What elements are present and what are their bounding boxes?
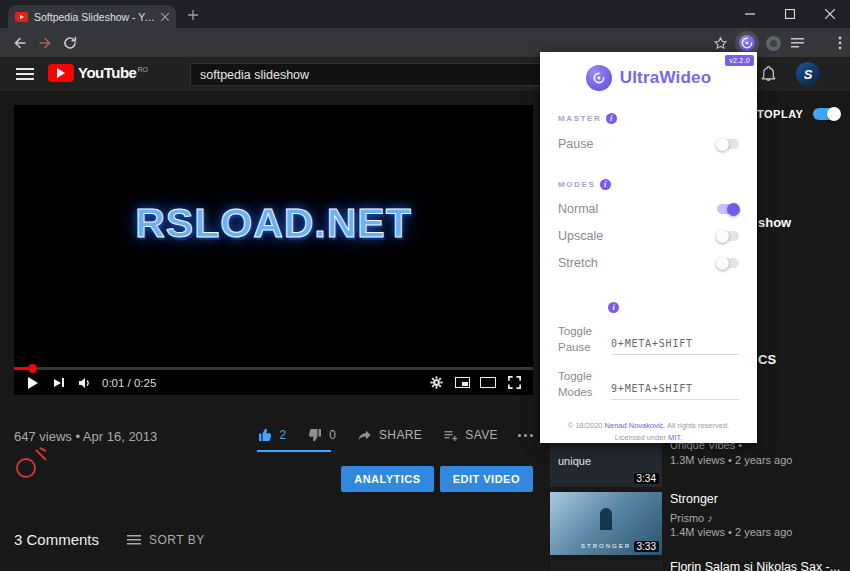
views-and-date: 647 views • Apr 16, 2013 [14, 429, 157, 444]
settings-gear-icon[interactable] [423, 370, 449, 395]
browser-menu-icon[interactable] [828, 31, 850, 55]
app-name: UltraWideo [620, 68, 712, 88]
autoplay-label-fragment: TOPLAY [757, 108, 803, 120]
related-title-fragment-2: CS [758, 352, 776, 367]
share-label: SHARE [379, 428, 422, 442]
volume-icon[interactable] [72, 370, 98, 395]
like-ratio-bar [257, 450, 331, 452]
version-badge: v2.2.0 [725, 55, 754, 66]
related-meta-2: 1.4M views • 2 years ago [670, 526, 850, 538]
duration-badge: 3:34 [634, 473, 659, 484]
modes-section-label: MODES i [558, 179, 739, 190]
normal-toggle[interactable] [717, 204, 739, 214]
comments-count: 3 Comments [14, 531, 99, 548]
tab-close-icon[interactable] [161, 13, 169, 21]
thumb-down-icon [306, 427, 323, 443]
sort-by-label: SORT BY [149, 533, 205, 547]
upscale-toggle[interactable] [717, 231, 739, 241]
like-button[interactable]: 2 [257, 427, 287, 443]
reload-icon[interactable] [58, 31, 82, 55]
notifications-bell-icon[interactable] [760, 65, 777, 86]
toggle-pause-shortcut-input[interactable] [611, 338, 739, 355]
related-video-3[interactable]: Florin Salam si Nikolas Sax -... [550, 560, 850, 571]
close-button[interactable] [810, 0, 850, 28]
channel-avatar-placeholder [12, 444, 52, 488]
youtube-logo[interactable]: YouTubeRO [48, 64, 147, 82]
autoplay-toggle[interactable] [813, 108, 839, 120]
menu-hamburger-icon[interactable] [16, 68, 34, 80]
related-thumbnail-3[interactable] [550, 560, 662, 571]
search-input[interactable] [190, 63, 560, 86]
license-link[interactable]: MIT [668, 433, 680, 442]
stretch-toggle[interactable] [717, 258, 739, 268]
miniplayer-icon[interactable] [449, 370, 475, 395]
related-title-2: Stronger [670, 492, 850, 508]
copyright-suffix: . All rights reserved. [663, 421, 729, 430]
reading-list-icon[interactable] [786, 31, 810, 55]
ultrawideo-popup: v2.2.0 UltraWideo MASTER i Pause MODES i… [540, 52, 757, 443]
license-suffix: . [680, 433, 682, 442]
video-actions: 2 0 SHARE SAVE [257, 427, 533, 443]
pause-toggle-row: Pause [558, 137, 739, 151]
modes-label-text: MODES [558, 180, 595, 189]
pause-toggle[interactable] [717, 139, 739, 149]
toggle-pause-shortcut-row: Toggle Pause [558, 324, 739, 355]
more-actions-icon[interactable] [518, 434, 533, 437]
info-icon[interactable]: i [600, 179, 611, 190]
ultrawideo-logo [586, 65, 612, 91]
sort-by-button[interactable]: SORT BY [127, 533, 205, 547]
video-player[interactable]: RSLOAD.NET 0:01 / 0:25 [14, 105, 533, 395]
maximize-button[interactable] [770, 0, 810, 28]
dislike-button[interactable]: 0 [306, 427, 336, 443]
youtube-region-label: RO [137, 66, 148, 73]
browser-titlebar: Softpedia Slideshow - YouTube [0, 0, 850, 28]
related-title-fragment: show [758, 215, 791, 230]
toggle-modes-shortcut-row: Toggle Modes [558, 369, 739, 400]
account-avatar[interactable]: S [796, 62, 820, 86]
popup-header: UltraWideo [558, 52, 739, 91]
play-button[interactable] [20, 370, 46, 395]
related-channel-2: Prismo ♪ [670, 512, 850, 524]
youtube-favicon [15, 12, 28, 22]
next-button[interactable] [46, 370, 72, 395]
new-tab-button[interactable] [186, 8, 200, 22]
theater-mode-icon[interactable] [475, 370, 501, 395]
fullscreen-icon[interactable] [501, 370, 527, 395]
duration-badge: 3:33 [634, 541, 659, 552]
sort-icon [127, 534, 141, 546]
popup-footer: © 18/2020 Nenad Novaković. All rights re… [558, 420, 739, 444]
info-icon[interactable]: i [606, 113, 617, 124]
owner-buttons: ANALYTICS EDIT VIDEO [341, 466, 533, 492]
playlist-add-icon [442, 427, 459, 443]
browser-tab[interactable]: Softpedia Slideshow - YouTube [8, 5, 176, 28]
time-display: 0:01 / 0:25 [102, 377, 156, 389]
autoplay-row: TOPLAY [757, 108, 839, 120]
related-video-2[interactable]: STRONGER 3:33 Stronger Prismo ♪ 1.4M vie… [550, 492, 850, 555]
screen: { "browser": { "tab_title": "Softpedia S… [0, 0, 850, 571]
normal-toggle-row: Normal [558, 202, 739, 216]
toggle-modes-shortcut-input[interactable] [611, 383, 739, 400]
back-icon[interactable] [8, 31, 32, 55]
master-section-label: MASTER i [558, 113, 739, 124]
tab-title: Softpedia Slideshow - YouTube [34, 11, 155, 23]
copyright-prefix: © 18/2020 [568, 421, 605, 430]
like-count: 2 [280, 428, 287, 442]
master-label-text: MASTER [558, 114, 601, 123]
analytics-button[interactable]: ANALYTICS [341, 466, 433, 492]
thumbnail-text: unique [558, 455, 591, 467]
related-thumbnail-2[interactable]: STRONGER 3:33 [550, 492, 662, 555]
save-button[interactable]: SAVE [442, 427, 498, 443]
minimize-button[interactable] [730, 0, 770, 28]
save-label: SAVE [465, 428, 498, 442]
author-link[interactable]: Nenad Novaković [605, 421, 664, 430]
forward-icon[interactable] [33, 31, 57, 55]
extension-icon[interactable] [761, 31, 785, 55]
upscale-toggle-row: Upscale [558, 229, 739, 243]
related-title-3: Florin Salam si Nikolas Sax -... [670, 560, 850, 571]
stretch-toggle-row: Stretch [558, 256, 739, 270]
edit-video-button[interactable]: EDIT VIDEO [440, 466, 533, 492]
info-icon[interactable]: i [608, 302, 619, 313]
share-arrow-icon [356, 427, 373, 443]
video-watermark-text: RSLOAD.NET [14, 200, 533, 247]
share-button[interactable]: SHARE [356, 427, 422, 443]
